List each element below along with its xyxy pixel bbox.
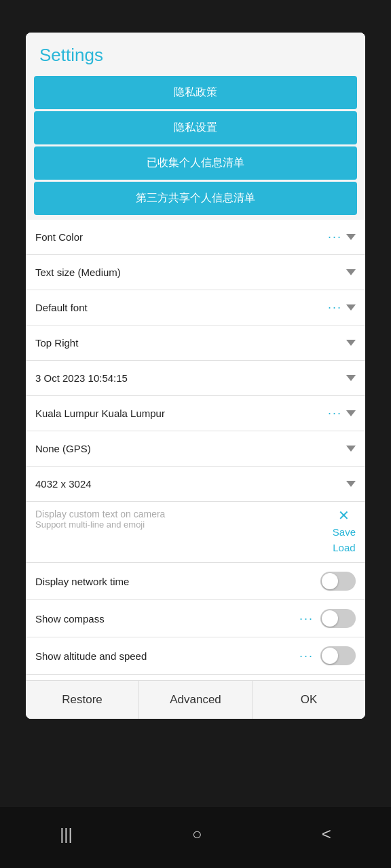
buttons-section: 隐私政策 隐私设置 已收集个人信息清单 第三方共享个人信息清单	[26, 76, 365, 220]
position-controls	[342, 340, 356, 346]
load-button[interactable]: Load	[333, 540, 355, 556]
privacy-policy-button[interactable]: 隐私政策	[34, 76, 357, 109]
save-load-group: Save Load	[333, 525, 356, 555]
datetime-row[interactable]: 3 Oct 2023 10:54:15	[26, 361, 365, 396]
recent-apps-icon[interactable]: |||	[60, 825, 73, 844]
default-font-dots[interactable]: ···	[328, 300, 342, 315]
font-color-row[interactable]: Font Color ···	[26, 220, 365, 255]
location-controls: ···	[322, 406, 356, 420]
save-button[interactable]: Save	[333, 525, 356, 540]
collected-info-button[interactable]: 已收集个人信息清单	[34, 146, 357, 180]
settings-dialog: Settings 隐私政策 隐私设置 已收集个人信息清单 第三方共享个人信息清单…	[26, 33, 365, 719]
display-network-time-label: Display network time	[35, 576, 320, 587]
location-row[interactable]: Kuala Lumpur Kuala Lumpur ···	[26, 396, 365, 431]
restore-button[interactable]: Restore	[26, 681, 139, 719]
show-altitude-controls: ···	[294, 646, 356, 665]
show-compass-row: Show compass ···	[26, 600, 365, 637]
font-color-label: Font Color	[35, 231, 322, 243]
font-color-dots[interactable]: ···	[328, 230, 342, 244]
show-compass-dots[interactable]: ···	[299, 612, 314, 626]
show-compass-label: Show compass	[35, 613, 294, 625]
datetime-controls	[342, 375, 356, 381]
position-row[interactable]: Top Right	[26, 326, 365, 361]
gps-controls	[342, 446, 356, 452]
resolution-arrow	[346, 481, 356, 487]
advanced-button[interactable]: Advanced	[139, 681, 253, 719]
text-area-actions: ✕ Save Load	[333, 509, 356, 555]
text-size-row[interactable]: Text size (Medium)	[26, 255, 365, 290]
dialog-footer: Restore Advanced OK	[26, 680, 365, 719]
text-size-label: Text size (Medium)	[35, 267, 342, 278]
location-arrow	[346, 410, 356, 416]
clear-custom-text-button[interactable]: ✕	[338, 509, 350, 522]
resolution-row[interactable]: 4032 x 3024	[26, 467, 365, 502]
custom-text-row: Display custom text on camera Support mu…	[26, 502, 365, 563]
third-party-info-button[interactable]: 第三方共享个人信息清单	[34, 182, 357, 215]
font-color-arrow	[346, 234, 356, 240]
default-font-controls: ···	[322, 300, 356, 315]
gps-arrow	[346, 446, 356, 452]
custom-text-line1: Display custom text on camera	[35, 509, 327, 519]
show-index-row: Show index number ···	[26, 675, 365, 680]
position-arrow	[346, 340, 356, 346]
custom-text-inner[interactable]: Display custom text on camera Support mu…	[35, 509, 327, 530]
display-network-time-row: Display network time	[26, 563, 365, 600]
text-size-controls	[342, 269, 356, 275]
default-font-arrow	[346, 304, 356, 311]
show-compass-controls: ···	[294, 609, 356, 628]
font-color-controls: ···	[322, 230, 356, 244]
settings-list: 隐私政策 隐私设置 已收集个人信息清单 第三方共享个人信息清单 Font Col…	[26, 74, 365, 680]
privacy-settings-button[interactable]: 隐私设置	[34, 111, 357, 144]
custom-text-line2: Support multi-line and emoji	[35, 519, 327, 530]
position-label: Top Right	[35, 337, 342, 349]
datetime-arrow	[346, 375, 356, 381]
location-label: Kuala Lumpur Kuala Lumpur	[35, 408, 322, 419]
navigation-bar: ||| ○ <	[0, 807, 391, 868]
show-altitude-label: Show altitude and speed	[35, 650, 294, 662]
gps-label: None (GPS)	[35, 443, 342, 454]
show-altitude-toggle[interactable]	[320, 646, 356, 665]
display-network-time-toggle[interactable]	[320, 572, 356, 591]
resolution-controls	[342, 481, 356, 487]
ok-button[interactable]: OK	[253, 681, 365, 719]
show-compass-toggle[interactable]	[320, 609, 356, 628]
show-altitude-dots[interactable]: ···	[299, 649, 314, 663]
dialog-title: Settings	[26, 33, 365, 74]
resolution-label: 4032 x 3024	[35, 478, 342, 490]
location-dots[interactable]: ···	[328, 406, 342, 420]
back-icon[interactable]: <	[322, 825, 331, 844]
default-font-label: Default font	[35, 302, 322, 313]
show-altitude-row: Show altitude and speed ···	[26, 637, 365, 675]
gps-row[interactable]: None (GPS)	[26, 431, 365, 467]
text-size-arrow	[346, 269, 356, 275]
default-font-row[interactable]: Default font ···	[26, 290, 365, 326]
datetime-label: 3 Oct 2023 10:54:15	[35, 372, 342, 384]
home-icon[interactable]: ○	[192, 825, 202, 844]
